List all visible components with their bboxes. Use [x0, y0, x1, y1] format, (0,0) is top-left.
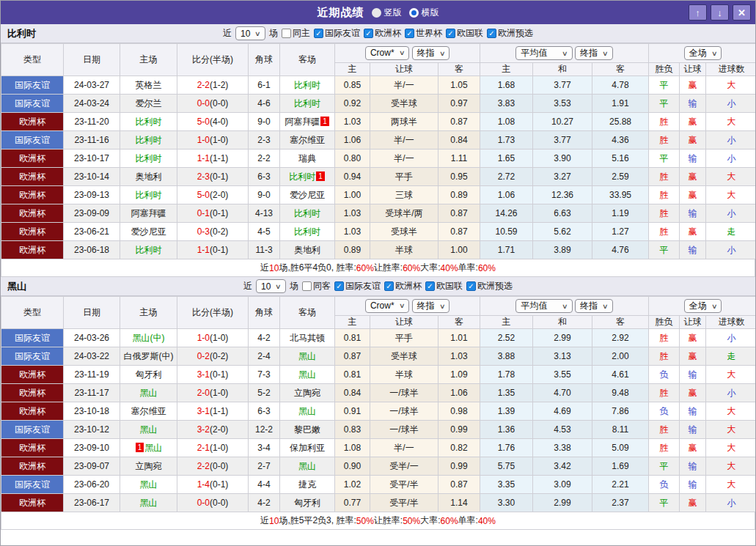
away-odds: 1.06 [438, 384, 480, 402]
away-team: 匈牙利 [280, 494, 335, 512]
corner-score: 2-2 [249, 150, 280, 168]
competition-checkbox[interactable]: ✓欧国联 [446, 27, 483, 40]
competition-checkbox[interactable]: ✓世界杯 [405, 27, 442, 40]
competition-checkbox[interactable]: ✓欧洲杯 [364, 27, 401, 40]
same-venue-checkbox[interactable]: 同主 [282, 27, 310, 40]
handicap-outcome: 赢 [680, 347, 706, 366]
result-outcome: 负 [649, 476, 680, 494]
average-select[interactable]: 平均值 ∨ [515, 299, 572, 313]
competition-checkbox[interactable]: ✓国际友谊 [314, 27, 360, 40]
match-row: 欧洲杯23-06-18比利时1-1(0-1)11-3奥地利0.89半球1.001… [1, 241, 756, 259]
avg-away-odds: 5.16 [592, 150, 649, 168]
move-up-button[interactable]: ↑ [689, 4, 707, 21]
avg-draw-odds: 3.53 [533, 95, 592, 113]
filter-bar: 比利时 近 10∨ 场 同主 ✓国际友谊✓欧洲杯✓世界杯✓欧国联✓欧洲预选 [1, 24, 755, 43]
match-count-select[interactable]: 10∨ [235, 26, 265, 40]
odds-time-select[interactable]: 终指∨ [412, 46, 450, 60]
team-label: 白俄罗斯(中) [124, 351, 174, 361]
away-odds: 0.87 [438, 476, 480, 494]
avg-home-odds: 2.52 [480, 329, 533, 347]
handicap-outcome: 赢 [680, 439, 706, 457]
match-type-badge: 欧洲杯 [1, 402, 64, 421]
corner-score: 4-5 [249, 223, 280, 241]
handicap-line: 半/一 [370, 439, 438, 457]
result-outcome: 平 [649, 76, 680, 95]
bookmaker-select[interactable]: Crow*∨ [365, 46, 409, 60]
fulltime-score: 1-0 [197, 333, 210, 343]
home-odds: 0.81 [335, 366, 370, 384]
competition-label: 国际友谊 [325, 27, 360, 40]
away-team: 比利时 [280, 223, 335, 241]
col-score: 比分(半场) [177, 44, 249, 76]
home-odds: 0.90 [335, 457, 370, 476]
layout-radio-horizontal[interactable]: 横版 [409, 7, 439, 19]
handicap-line: 受半/一 [370, 457, 438, 476]
match-date: 24-03-26 [64, 329, 120, 347]
odds-time-select[interactable]: 终指∨ [412, 299, 450, 313]
competition-checkbox[interactable]: ✓国际友谊 [334, 280, 381, 292]
corner-score: 12-2 [249, 421, 280, 439]
avg-home-odds: 1.35 [480, 384, 533, 402]
avg-home-odds: 1.08 [480, 113, 533, 131]
fulltime-score: 1-1 [197, 245, 210, 255]
corner-score: 4-13 [249, 204, 280, 223]
handicap-line: 半球 [370, 366, 438, 384]
handicap-outcome: 赢 [680, 168, 706, 186]
match-date: 23-11-17 [64, 384, 120, 402]
close-button[interactable]: ✕ [733, 4, 751, 21]
layout-radio-vertical[interactable]: 竖版 [372, 7, 402, 19]
match-count-select[interactable]: 10∨ [256, 279, 286, 293]
match-type-badge: 欧洲杯 [1, 494, 64, 512]
home-team: 爱沙尼亚 [120, 223, 177, 241]
goals-outcome: 大 [706, 113, 756, 131]
halftime-score: (1-0) [210, 388, 228, 398]
away-odds: 1.09 [438, 366, 480, 384]
move-down-button[interactable]: ↓ [711, 4, 729, 21]
average-time-select[interactable]: 终指∨ [575, 299, 613, 313]
result-outcome: 负 [649, 366, 680, 384]
competition-checkbox[interactable]: ✓欧洲预选 [466, 280, 513, 292]
home-odds: 1.03 [335, 223, 370, 241]
fulltime-score: 0-2 [197, 351, 210, 361]
away-odds: 0.84 [438, 131, 480, 150]
window-title: 近期战绩 [318, 6, 364, 20]
team-label: 黑山 [298, 369, 316, 380]
col-corner: 角球 [249, 44, 280, 76]
bookmaker-select[interactable]: Crow*∨ [365, 299, 409, 313]
match-row: 欧洲杯23-06-17黑山0-0(0-0)4-2匈牙利0.77受平/半1.143… [1, 494, 756, 512]
col-handicap-result: 让球 [680, 63, 706, 76]
handicap-line: 平手 [370, 168, 438, 186]
competition-checkbox[interactable]: ✓欧国联 [425, 280, 463, 292]
team-label: 爱尔兰 [136, 98, 162, 108]
match-score: 3-1(1-1) [177, 402, 249, 421]
matches-table: 类型 日期 主场 比分(半场) 角球 客场 Crow*∨ 终指∨ 平均值 ∨ 终… [1, 43, 756, 259]
home-odds: 0.84 [335, 384, 370, 402]
avg-draw-odds: 4.70 [533, 384, 592, 402]
average-select[interactable]: 平均值 ∨ [515, 46, 572, 60]
same-venue-checkbox[interactable]: 同客 [302, 280, 331, 292]
team-label: 瑞典 [298, 153, 316, 163]
chevron-down-icon: ∨ [562, 303, 568, 310]
halftime-score: (2-0) [210, 424, 228, 435]
avg-draw-odds: 3.27 [533, 168, 592, 186]
home-team: 黑山 [120, 494, 177, 512]
goals-outcome: 大 [706, 421, 756, 439]
match-score: 3-2(2-0) [177, 421, 249, 439]
team-label: 比利时 [294, 98, 320, 108]
competition-checkbox[interactable]: ✓欧洲预选 [487, 27, 533, 40]
match-type-badge: 国际友谊 [1, 347, 64, 366]
away-odds: 0.98 [438, 402, 480, 421]
match-row: 欧洲杯23-11-20比利时5-0(4-0)9-0阿塞拜疆11.03两球半0.8… [1, 113, 756, 131]
fulltime-select[interactable]: 全场∨ [684, 46, 722, 60]
goals-outcome: 小 [706, 329, 756, 347]
fulltime-select[interactable]: 全场∨ [684, 299, 722, 313]
match-type-badge: 国际友谊 [1, 95, 64, 113]
handicap-outcome: 输 [680, 204, 706, 223]
halftime-score: (0-0) [210, 498, 228, 508]
avg-draw-odds: 4.53 [533, 421, 592, 439]
team-label: 比利时 [136, 245, 162, 255]
home-team: 1黑山 [120, 439, 177, 457]
avg-away-odds: 2.92 [592, 329, 649, 347]
average-time-select[interactable]: 终指∨ [575, 46, 613, 60]
competition-checkbox[interactable]: ✓欧洲杯 [384, 280, 422, 292]
